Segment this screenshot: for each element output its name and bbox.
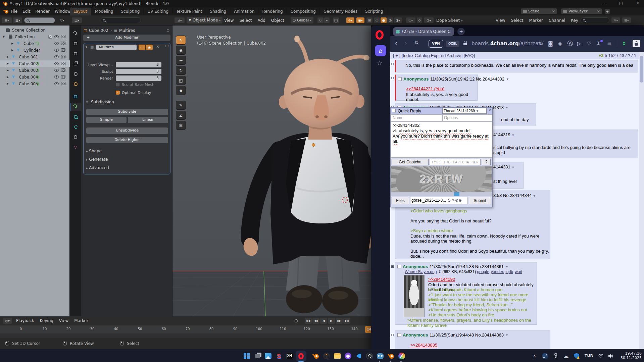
wifi-tray-icon[interactable] xyxy=(597,352,605,360)
snapshot-camera-icon[interactable]: ◙ xyxy=(548,41,553,47)
file-link-0[interactable]: google xyxy=(477,269,489,274)
camera-visibility-icon[interactable] xyxy=(61,62,65,65)
snap-magnet-icon[interactable]: ∪ xyxy=(317,17,324,23)
scene-unlink-icon[interactable]: × xyxy=(552,9,555,13)
outliner-display-mode-icon[interactable]: ▦▾ xyxy=(13,17,22,23)
subdivide-button[interactable]: Subdivide xyxy=(86,109,168,115)
file-link-3[interactable]: wait xyxy=(515,269,522,274)
tab-8[interactable]: Compositing xyxy=(287,8,320,15)
taskbar-clock[interactable]: 19:47:16 30.11.2025 xyxy=(617,351,642,360)
playhead-snap-icon[interactable]: ◇▾ xyxy=(406,17,415,23)
file-name-link[interactable]: Whore Slayer.png xyxy=(405,269,437,274)
blender-menu-logo-icon[interactable] xyxy=(3,9,9,14)
extension-updown-icon[interactable]: ↕ xyxy=(622,41,626,47)
shape-section[interactable]: ▸ Shape xyxy=(86,149,102,153)
qr-thread-select[interactable]: Thread 284141239 ▼ xyxy=(442,108,487,114)
expand-icon[interactable]: ▶ xyxy=(7,55,9,58)
play-icon[interactable]: ▶ xyxy=(328,318,335,324)
tool-select-box[interactable]: ↖ xyxy=(176,36,186,45)
expand-icon[interactable]: ▶ xyxy=(7,75,9,79)
file-link-1[interactable]: yandex xyxy=(491,269,504,274)
dopesheet-menu-0[interactable]: View xyxy=(496,18,505,23)
minimize-icon[interactable]: – xyxy=(603,1,605,5)
photos-app-icon[interactable] xyxy=(264,352,272,360)
generate-section[interactable]: ▸ Generate xyxy=(86,157,108,162)
subdivision-section-label[interactable]: Subdivision xyxy=(91,100,114,104)
tab-6[interactable]: Animation xyxy=(230,8,258,15)
keyboard-language[interactable]: TUR xyxy=(585,354,593,358)
properties-editor-type-icon[interactable]: ▤▾ xyxy=(72,17,82,23)
sidebar-bookmarks-icon[interactable]: ☆ xyxy=(377,59,383,66)
collapse-post-icon[interactable]: ⊟ xyxy=(391,76,394,80)
timeline-menu-1[interactable]: Keying xyxy=(40,318,53,323)
outliner-row-collection[interactable]: ▼Collection✓ xyxy=(0,34,70,40)
collapse-post-icon[interactable]: ⊟ xyxy=(391,264,394,269)
next-keyframe-icon[interactable]: ▮▶ xyxy=(336,318,343,324)
file-edit-icon[interactable]: ✎ xyxy=(452,198,455,203)
add-workspace-icon[interactable]: + xyxy=(350,9,353,14)
display-render-toggle-icon[interactable]: ◉ xyxy=(146,45,153,50)
viewport-menu-2[interactable]: Add xyxy=(258,18,265,23)
qr-name-input[interactable] xyxy=(391,114,442,121)
menu-0[interactable]: File xyxy=(11,9,17,14)
viewlayer-add-icon[interactable]: + xyxy=(605,9,610,14)
shading-wireframe-icon[interactable]: ◌ xyxy=(374,17,380,23)
tab-constraints-icon[interactable] xyxy=(73,134,78,140)
dopesheet-filter-icon[interactable]: ▽▾ xyxy=(611,17,620,23)
tab-5[interactable]: Shading xyxy=(206,8,230,15)
snap-settings-icon[interactable]: ▾ xyxy=(324,17,330,23)
timeline-editor-type-icon[interactable]: ◷▾ xyxy=(3,318,12,324)
blender-taskbar-icon[interactable] xyxy=(312,352,320,360)
file-explorer-icon[interactable] xyxy=(333,352,341,360)
qr-comment-textarea[interactable]: >>284144302 >It absolutely is, yes. a ve… xyxy=(391,121,492,158)
usb-tray-icon[interactable] xyxy=(552,352,560,360)
modifier-close-icon[interactable]: × xyxy=(156,44,159,49)
collapse-post-icon[interactable]: ⊟ xyxy=(391,333,394,337)
breadcrumb-modifier[interactable]: Multires xyxy=(119,28,135,33)
add-modifier-button[interactable]: +Add Modifier xyxy=(83,35,170,41)
jump-start-icon[interactable]: ▮◀ xyxy=(305,318,312,324)
captcha-help-button[interactable]: ? xyxy=(482,159,491,165)
post-checkbox[interactable] xyxy=(397,333,401,337)
viewport-menu-3[interactable]: Object xyxy=(271,18,284,23)
timeline-menu-2[interactable]: View xyxy=(59,318,68,323)
tab-0[interactable]: Layout xyxy=(70,8,91,15)
menu-3[interactable]: Window xyxy=(55,9,70,14)
download-file-icon[interactable]: ↧ xyxy=(438,269,441,274)
address-url[interactable]: boards.4chan.org/a/thread/ xyxy=(472,41,543,47)
dopesheet-menu-2[interactable]: Marker xyxy=(529,18,543,23)
viewport-3d[interactable] xyxy=(172,25,371,316)
selected-file-field[interactable]: görsel_2025-11-3... S ✎⊗⊕ xyxy=(410,197,468,204)
keying-set-icon[interactable]: ◇ xyxy=(417,17,422,23)
vpn-badge[interactable]: VPN xyxy=(429,40,443,48)
sculpt-base-mesh-checkbox[interactable] xyxy=(116,83,120,87)
close-icon[interactable]: × xyxy=(636,1,639,5)
eye-icon[interactable] xyxy=(54,75,59,79)
tray-expand-icon[interactable]: ∧ xyxy=(533,353,536,358)
tool-measure[interactable]: ∠ xyxy=(176,111,186,120)
board-nav-links[interactable]: [ + ] [Index Catalog Expired Archive] [F… xyxy=(393,53,475,58)
quote-link[interactable]: >>284144221 (You) xyxy=(406,86,444,91)
tool-transform[interactable]: ◆ xyxy=(176,86,186,95)
tab-data-icon[interactable]: ▽ xyxy=(73,144,78,150)
steam-tray-icon[interactable] xyxy=(541,352,549,360)
obs-studio-icon[interactable] xyxy=(365,352,374,360)
tab-output-icon[interactable] xyxy=(73,51,78,56)
dopesheet-menu-3[interactable]: Channel xyxy=(549,18,565,23)
downloads-icon[interactable]: ↧ xyxy=(596,41,601,47)
tab-7[interactable]: Rendering xyxy=(258,8,287,15)
file-remove-icon[interactable]: ⊗ xyxy=(455,198,458,203)
tab-2[interactable]: Sculpting xyxy=(117,8,144,15)
shading-material-icon[interactable]: ◔ xyxy=(387,17,393,23)
tab-10[interactable]: Scripting xyxy=(361,8,387,15)
tool-cursor[interactable]: ⊕ xyxy=(176,46,186,55)
file-spoiler-link[interactable]: S xyxy=(448,198,451,203)
play-reverse-icon[interactable]: ◀ xyxy=(320,318,327,324)
collapse-chevron-icon[interactable]: ▾ xyxy=(86,45,87,49)
start-button-icon[interactable] xyxy=(243,352,251,360)
viewport-menu-0[interactable]: View xyxy=(224,18,234,23)
krita-icon[interactable] xyxy=(398,352,406,360)
outliner-row-cube003[interactable]: ▶▼Cube.003▽ xyxy=(0,67,70,73)
modifier-drag-handle-icon[interactable]: ⋮⋮ xyxy=(163,44,170,49)
expand-icon[interactable]: ▶ xyxy=(11,49,13,52)
